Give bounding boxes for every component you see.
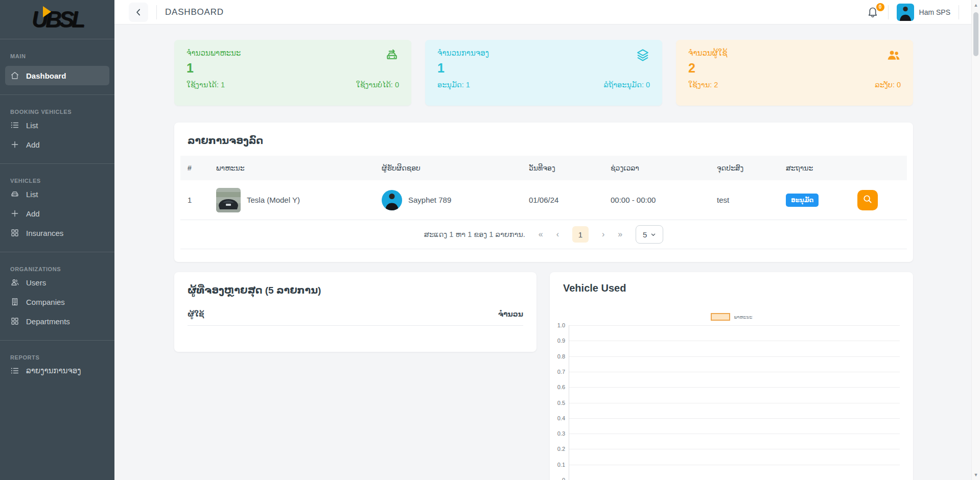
stat-card-2: ຈຳນວນຜູ້ໃຊ້2ໃຊ້ງານ: 2ລະງັບ: 0: [676, 40, 913, 106]
scroll-down-icon[interactable]: ▼: [972, 472, 980, 477]
sidebar-item-booking-add[interactable]: Add: [0, 135, 114, 154]
header-divider: [156, 5, 157, 19]
next-page-icon[interactable]: ›: [602, 230, 604, 239]
view-booking-button[interactable]: [857, 190, 878, 210]
sidebar-item-insurances[interactable]: Insurances: [0, 223, 114, 243]
booking-table: #ພາຫະນະຜູ້ຮັບຜິດຊອບວັນທີຈອງຊ່ວງເວລາຈຸດປະ…: [180, 156, 907, 220]
sidebar-item-dashboard[interactable]: Dashboard: [5, 66, 109, 85]
chart-gridline: [569, 341, 900, 341]
page-size-select[interactable]: 5: [636, 225, 663, 244]
responsible-avatar: [382, 190, 402, 210]
home-icon: [10, 71, 19, 80]
booking-column-header: ຊ່ວງເວລາ: [603, 156, 710, 180]
chart-gridline: [569, 465, 900, 465]
stat-card-footer-right: ໃຊ້ງານບໍ່ໄດ້: 0: [356, 81, 399, 89]
stat-card-footer-right: ລະງັບ: 0: [875, 81, 901, 89]
chart-gridline: [569, 356, 900, 357]
y-axis-tick-label: 0.7: [548, 369, 565, 375]
booking-table-panel: ລາຍການຈອງລົດ #ພາຫະນະຜູ້ຮັບຜິດຊອບວັນທີຈອງ…: [174, 123, 913, 262]
booking-column-header: ສະຖານະ: [779, 156, 850, 180]
sidebar-section-label: VEHICLES: [10, 177, 104, 184]
vehicle-used-panel: Vehicle Used ພາຫະນະ 1.00.90.80.70.60.50.…: [550, 272, 913, 480]
grid-icon: [10, 317, 19, 326]
users-icon: [10, 278, 19, 287]
sidebar-divider: [0, 163, 114, 164]
scrollbar[interactable]: ▲ ▼: [971, 0, 980, 480]
stat-card-0: ຈຳນວນພາຫະນະ1ໃຊ້ງານໄດ້: 1ໃຊ້ງານບໍ່ໄດ້: 0: [174, 40, 411, 106]
sidebar-item-label: Insurances: [26, 229, 63, 237]
booking-table-title: ລາຍການຈອງລົດ: [188, 135, 900, 147]
notification-badge: 0: [876, 3, 884, 11]
scrollbar-thumb[interactable]: [973, 12, 978, 56]
sidebar-item-label: Dashboard: [26, 71, 66, 80]
plus-icon: [10, 140, 19, 149]
chart-gridline: [569, 434, 900, 434]
layers-icon: [636, 48, 650, 62]
chevron-left-icon: [133, 7, 144, 17]
car-icon: [10, 189, 19, 199]
stat-card-footer-left: ໃຊ້ງານ: 2: [688, 81, 718, 89]
status-badge: ອະນຸມັດ: [786, 194, 819, 207]
pagination: ສະແດງ 1 ຫາ 1 ຂອງ 1 ລາຍການ. « ‹ 1 › » 5: [180, 220, 907, 249]
sidebar-item-users[interactable]: Users: [0, 273, 114, 292]
chart-legend[interactable]: ພາຫະນະ: [550, 313, 913, 321]
topbar: DASHBOARD 0 Ham SPS: [114, 0, 971, 25]
first-page-icon[interactable]: «: [539, 230, 543, 239]
sidebar-item-label: List: [26, 121, 38, 130]
booking-table-body: 1Tesla (Model Y)Sayphet 78901/06/2400:00…: [180, 180, 907, 220]
list-icon: [10, 121, 19, 130]
sidebar-item-label: Companies: [26, 298, 65, 306]
vehicle-name: Tesla (Model Y): [247, 196, 300, 204]
sidebar-item-label: List: [26, 190, 38, 199]
sidebar-section: ORGANIZATIONSUsersCompaniesDepartments: [0, 266, 114, 331]
booking-column-header: ຈຸດປະສົງ: [710, 156, 779, 180]
vehicle-thumbnail: [216, 188, 241, 212]
last-page-icon[interactable]: »: [618, 230, 622, 239]
sidebar-section: MAINDashboard: [0, 53, 114, 85]
top-bookers-col-count: ຈຳນວນ: [498, 310, 523, 318]
sidebar-item-booking-list[interactable]: List: [0, 115, 114, 135]
prev-page-icon[interactable]: ‹: [556, 230, 559, 239]
y-axis-tick-label: 1.0: [548, 322, 565, 328]
y-axis-tick-label: 0.6: [548, 384, 565, 390]
sidebar-item-vehicles-list[interactable]: List: [0, 184, 114, 204]
sidebar-divider: [0, 340, 114, 341]
pagination-summary: ສະແດງ 1 ຫາ 1 ຂອງ 1 ລາຍການ.: [424, 230, 525, 238]
header-divider: [959, 5, 959, 19]
sidebar-item-vehicles-add[interactable]: Add: [0, 204, 114, 223]
scroll-up-icon[interactable]: ▲: [972, 3, 980, 8]
top-bookers-col-user: ຜູ້ໃຊ້: [188, 310, 204, 318]
y-axis-tick-label: 0.3: [548, 430, 565, 437]
ubsl-logo[interactable]: UBSL: [0, 0, 114, 39]
people-icon: [886, 48, 901, 62]
booking-table-header: #ພາຫະນະຜູ້ຮັບຜິດຊອບວັນທີຈອງຊ່ວງເວລາຈຸດປະ…: [180, 156, 907, 180]
header-divider: [888, 5, 889, 19]
sidebar-section: REPORTSລາຍງານການຈອງ: [0, 354, 114, 380]
sidebar-item-booking-report[interactable]: ລາຍງານການຈອງ: [0, 361, 114, 380]
y-axis-tick-label: 0.4: [548, 415, 565, 421]
sidebar-divider: [0, 252, 114, 252]
stat-card-footer-right: ລໍຖ້າອະນຸມັດ: 0: [604, 81, 650, 89]
notifications-button[interactable]: 0: [867, 6, 880, 19]
stat-card-1: ຈຳນວນການຈອງ1ອະນຸມັດ: 1ລໍຖ້າອະນຸມັດ: 0: [425, 40, 662, 106]
current-page[interactable]: 1: [572, 226, 589, 243]
user-menu[interactable]: Ham SPS: [897, 4, 950, 21]
sidebar-nav: MAINDashboardBOOKING VEHICLESListAddVEHI…: [0, 53, 114, 380]
chart-gridline: [569, 449, 900, 449]
purpose: test: [710, 180, 779, 220]
sidebar-item-label: Add: [26, 209, 40, 218]
stat-card-footer-left: ອະນຸມັດ: 1: [437, 81, 470, 89]
y-axis-tick-label: 0: [548, 477, 565, 480]
back-button[interactable]: [129, 3, 148, 22]
sidebar-item-label: ລາຍງານການຈອງ: [26, 366, 81, 375]
sidebar-item-companies[interactable]: Companies: [0, 292, 114, 311]
row-index: 1: [180, 180, 209, 220]
stat-card-value: 1: [437, 61, 650, 76]
sidebar-section: VEHICLESListAddInsurances: [0, 177, 114, 243]
y-axis-tick-label: 0.5: [548, 400, 565, 406]
logo-triangle-icon: [43, 6, 51, 17]
legend-swatch: [711, 313, 730, 321]
list-icon: [10, 366, 19, 375]
sidebar-section-label: MAIN: [10, 53, 104, 60]
sidebar-item-departments[interactable]: Departments: [0, 311, 114, 331]
